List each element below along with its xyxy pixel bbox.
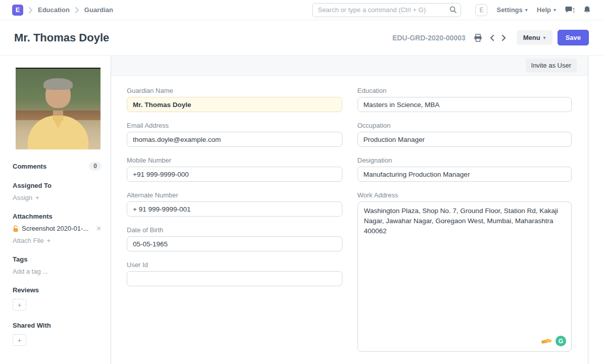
settings-label: Settings <box>496 6 522 14</box>
shared-with-section: Shared With + <box>13 322 102 346</box>
comments-label: Comments <box>13 163 46 170</box>
occupation-field: Occupation <box>358 122 572 147</box>
email-address-field: Email Address <box>127 122 342 147</box>
reviews-section: Reviews + <box>13 286 102 310</box>
assigned-to-label: Assigned To <box>13 182 102 189</box>
work-address-value: Washington Plaza, Shop No. 7, Ground Flo… <box>364 207 558 235</box>
page-actions: EDU-GRD-2020-00003 Menu ▾ Save <box>392 30 589 45</box>
breadcrumb-education[interactable]: Education <box>38 6 70 14</box>
document-id: EDU-GRD-2020-00003 <box>392 34 466 42</box>
page-head: Mr. Thomas Doyle EDU-GRD-2020-00003 Menu… <box>0 20 603 56</box>
date-of-birth-input[interactable] <box>127 236 342 251</box>
form-toolbar: Invite as User <box>111 56 588 76</box>
textarea-overlay-icons: G <box>541 336 566 346</box>
occupation-label: Occupation <box>358 122 572 129</box>
work-address-field: Work Address Washington Plaza, Shop No. … <box>358 191 572 352</box>
email-address-label: Email Address <box>127 122 342 129</box>
search-icon[interactable] <box>449 6 457 14</box>
form-content: Invite as User Guardian Name Email Addre… <box>111 56 588 364</box>
plus-icon: + <box>17 301 21 309</box>
assigned-to-section: Assigned To Assign + <box>13 182 102 201</box>
alternate-number-field: Alternate Number <box>127 191 342 217</box>
remove-attachment-icon[interactable]: ✕ <box>96 225 102 232</box>
page-body: Comments 0 Assigned To Assign + Attachme… <box>0 56 603 364</box>
chevron-down-icon: ▾ <box>554 7 556 13</box>
help-label: Help <box>537 6 551 14</box>
email-address-input[interactable] <box>127 132 342 147</box>
guardian-name-label: Guardian Name <box>127 87 342 94</box>
user-id-label: User Id <box>127 261 342 269</box>
add-tag-input[interactable]: Add a tag ... <box>13 268 102 275</box>
guardian-photo[interactable] <box>16 68 100 149</box>
next-document-icon[interactable] <box>500 34 508 41</box>
attachments-label: Attachments <box>13 213 102 220</box>
education-label: Education <box>358 87 572 94</box>
save-button[interactable]: Save <box>558 30 589 45</box>
notifications-bell-icon[interactable] <box>583 6 591 14</box>
plus-icon: + <box>17 336 21 344</box>
chat-icon[interactable] <box>565 6 574 14</box>
chevron-down-icon: ▾ <box>525 7 528 13</box>
mobile-number-field: Mobile Number <box>127 157 342 182</box>
handshake-emoji-icon <box>541 337 552 345</box>
grammarly-icon[interactable]: G <box>556 336 566 346</box>
guardian-name-input[interactable] <box>127 97 342 112</box>
occupation-input[interactable] <box>358 132 572 147</box>
menu-button[interactable]: Menu ▾ <box>517 30 552 45</box>
tags-label: Tags <box>13 255 102 263</box>
page-title: Mr. Thomas Doyle <box>14 31 109 44</box>
tags-section: Tags Add a tag ... <box>13 255 102 275</box>
designation-field: Designation <box>358 157 572 182</box>
page-margin <box>588 56 603 364</box>
app-logo-icon[interactable]: E <box>12 5 23 16</box>
form-sidebar: Comments 0 Assigned To Assign + Attachme… <box>0 56 111 364</box>
education-input[interactable] <box>358 97 572 112</box>
attachment-link[interactable]: Screenshot 2020-01-... <box>22 225 88 232</box>
form-column-right: Education Occupation Designation Work Ad… <box>358 87 572 361</box>
invite-as-user-button[interactable]: Invite as User <box>526 59 577 72</box>
breadcrumb-guardian[interactable]: Guardian <box>84 6 113 14</box>
previous-document-icon[interactable] <box>488 34 495 41</box>
work-address-textarea[interactable]: Washington Plaza, Shop No. 7, Ground Flo… <box>358 201 572 352</box>
date-of-birth-label: Date of Birth <box>127 226 342 234</box>
attach-file-button[interactable]: Attach File + <box>13 237 102 244</box>
work-address-label: Work Address <box>358 191 572 199</box>
date-of-birth-field: Date of Birth <box>127 226 342 251</box>
attachments-section: Attachments Screenshot 2020-01-... ✕ Att… <box>13 213 102 244</box>
attach-file-label: Attach File <box>13 237 43 244</box>
assign-button[interactable]: Assign + <box>13 194 102 201</box>
education-field: Education <box>358 87 572 112</box>
shared-with-label: Shared With <box>13 322 102 329</box>
guardian-name-field: Guardian Name <box>127 87 342 112</box>
mobile-number-input[interactable] <box>127 167 342 182</box>
assign-label: Assign <box>13 194 32 201</box>
form-fields: Guardian Name Email Address Mobile Numbe… <box>111 76 588 361</box>
navbar: E Education Guardian E Settings ▾ Help ▾ <box>0 0 603 20</box>
add-review-button[interactable]: + <box>13 299 26 310</box>
user-avatar[interactable]: E <box>475 4 487 16</box>
chevron-right-icon <box>28 7 33 13</box>
chevron-down-icon: ▾ <box>543 35 546 40</box>
alternate-number-input[interactable] <box>127 201 342 217</box>
designation-label: Designation <box>358 157 572 164</box>
alternate-number-label: Alternate Number <box>127 191 342 199</box>
comments-count-badge: 0 <box>89 162 102 171</box>
photo-hair <box>43 78 72 89</box>
plus-icon: + <box>46 237 51 244</box>
search-input[interactable] <box>312 3 461 17</box>
designation-input[interactable] <box>358 167 572 182</box>
print-icon[interactable] <box>473 34 483 42</box>
user-id-input[interactable] <box>127 271 342 286</box>
global-search <box>312 3 461 17</box>
plus-icon: + <box>35 194 39 201</box>
add-share-button[interactable]: + <box>13 334 26 346</box>
settings-menu[interactable]: Settings ▾ <box>496 6 527 14</box>
comments-section[interactable]: Comments 0 <box>13 162 102 171</box>
navbar-actions: E Settings ▾ Help ▾ <box>475 4 591 16</box>
lock-icon <box>13 225 19 232</box>
form-column-left: Guardian Name Email Address Mobile Numbe… <box>127 87 342 361</box>
mobile-number-label: Mobile Number <box>127 157 342 164</box>
reviews-label: Reviews <box>13 286 102 294</box>
chevron-right-icon <box>75 7 79 13</box>
help-menu[interactable]: Help ▾ <box>537 6 556 14</box>
